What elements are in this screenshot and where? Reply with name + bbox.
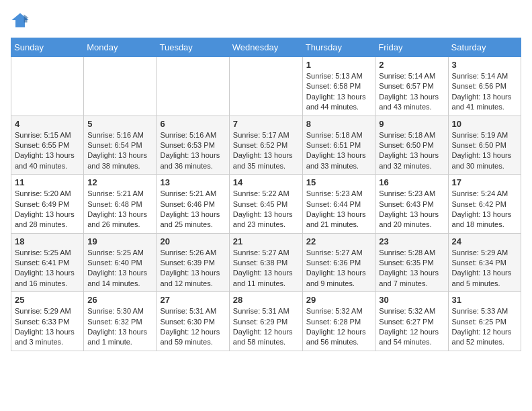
weekday-header-saturday: Saturday: [448, 38, 521, 57]
day-info: Sunrise: 5:18 AM Sunset: 6:51 PM Dayligh…: [306, 130, 372, 172]
calendar-cell: 12Sunrise: 5:21 AM Sunset: 6:48 PM Dayli…: [84, 175, 157, 234]
day-number: 22: [306, 236, 372, 246]
weekday-header-row: SundayMondayTuesdayWednesdayThursdayFrid…: [11, 38, 521, 57]
calendar-cell: 19Sunrise: 5:25 AM Sunset: 6:40 PM Dayli…: [84, 233, 157, 292]
day-number: 2: [379, 60, 444, 70]
calendar-cell: 29Sunrise: 5:32 AM Sunset: 6:28 PM Dayli…: [302, 292, 375, 351]
day-number: 1: [306, 60, 372, 70]
weekday-header-sunday: Sunday: [11, 38, 84, 57]
calendar-cell: 3Sunrise: 5:14 AM Sunset: 6:56 PM Daylig…: [448, 57, 521, 116]
week-row-4: 18Sunrise: 5:25 AM Sunset: 6:41 PM Dayli…: [11, 233, 521, 292]
day-number: 24: [452, 236, 517, 246]
day-number: 25: [15, 295, 80, 305]
week-row-2: 4Sunrise: 5:15 AM Sunset: 6:55 PM Daylig…: [11, 116, 521, 175]
day-info: Sunrise: 5:27 AM Sunset: 6:36 PM Dayligh…: [306, 248, 372, 289]
calendar-cell: 6Sunrise: 5:16 AM Sunset: 6:53 PM Daylig…: [157, 116, 229, 175]
day-info: Sunrise: 5:32 AM Sunset: 6:27 PM Dayligh…: [379, 306, 444, 348]
day-number: 21: [233, 236, 299, 246]
calendar-cell: 22Sunrise: 5:27 AM Sunset: 6:36 PM Dayli…: [302, 233, 375, 292]
day-number: 11: [15, 177, 80, 187]
day-number: 26: [87, 295, 152, 305]
day-info: Sunrise: 5:28 AM Sunset: 6:35 PM Dayligh…: [379, 248, 444, 289]
weekday-header-friday: Friday: [375, 38, 448, 57]
day-number: 30: [379, 295, 444, 305]
day-info: Sunrise: 5:18 AM Sunset: 6:50 PM Dayligh…: [379, 130, 444, 172]
day-info: Sunrise: 5:21 AM Sunset: 6:46 PM Dayligh…: [160, 189, 225, 230]
weekday-header-thursday: Thursday: [302, 38, 375, 57]
day-number: 29: [306, 295, 372, 305]
day-number: 20: [160, 236, 225, 246]
day-info: Sunrise: 5:25 AM Sunset: 6:41 PM Dayligh…: [15, 248, 80, 289]
day-number: 12: [87, 177, 152, 187]
calendar-cell: 7Sunrise: 5:17 AM Sunset: 6:52 PM Daylig…: [229, 116, 302, 175]
calendar-cell: 28Sunrise: 5:31 AM Sunset: 6:29 PM Dayli…: [229, 292, 302, 351]
calendar-cell: 31Sunrise: 5:33 AM Sunset: 6:25 PM Dayli…: [448, 292, 521, 351]
calendar-cell: 24Sunrise: 5:29 AM Sunset: 6:34 PM Dayli…: [448, 233, 521, 292]
calendar-cell: 9Sunrise: 5:18 AM Sunset: 6:50 PM Daylig…: [375, 116, 448, 175]
day-info: Sunrise: 5:22 AM Sunset: 6:45 PM Dayligh…: [233, 189, 299, 230]
calendar-cell: 20Sunrise: 5:26 AM Sunset: 6:39 PM Dayli…: [157, 233, 229, 292]
day-info: Sunrise: 5:17 AM Sunset: 6:52 PM Dayligh…: [233, 130, 299, 172]
calendar-cell: 18Sunrise: 5:25 AM Sunset: 6:41 PM Dayli…: [11, 233, 84, 292]
day-info: Sunrise: 5:31 AM Sunset: 6:30 PM Dayligh…: [160, 306, 225, 348]
page-header: [11, 11, 521, 30]
day-number: 7: [233, 119, 299, 129]
calendar-cell: 17Sunrise: 5:24 AM Sunset: 6:42 PM Dayli…: [448, 175, 521, 234]
svg-marker-1: [24, 15, 29, 23]
day-info: Sunrise: 5:27 AM Sunset: 6:38 PM Dayligh…: [233, 248, 299, 289]
day-number: 10: [452, 119, 517, 129]
calendar-cell: 26Sunrise: 5:30 AM Sunset: 6:32 PM Dayli…: [84, 292, 157, 351]
day-number: 9: [379, 119, 444, 129]
calendar-cell: [229, 57, 302, 116]
calendar-cell: 2Sunrise: 5:14 AM Sunset: 6:57 PM Daylig…: [375, 57, 448, 116]
calendar-cell: 8Sunrise: 5:18 AM Sunset: 6:51 PM Daylig…: [302, 116, 375, 175]
weekday-header-tuesday: Tuesday: [157, 38, 229, 57]
calendar-cell: 5Sunrise: 5:16 AM Sunset: 6:54 PM Daylig…: [84, 116, 157, 175]
day-info: Sunrise: 5:21 AM Sunset: 6:48 PM Dayligh…: [87, 189, 152, 230]
week-row-1: 1Sunrise: 5:13 AM Sunset: 6:58 PM Daylig…: [11, 57, 521, 116]
day-number: 17: [452, 177, 517, 187]
calendar-cell: 30Sunrise: 5:32 AM Sunset: 6:27 PM Dayli…: [375, 292, 448, 351]
day-info: Sunrise: 5:23 AM Sunset: 6:44 PM Dayligh…: [306, 189, 372, 230]
day-number: 8: [306, 119, 372, 129]
weekday-header-monday: Monday: [84, 38, 157, 57]
calendar-cell: 14Sunrise: 5:22 AM Sunset: 6:45 PM Dayli…: [229, 175, 302, 234]
day-info: Sunrise: 5:32 AM Sunset: 6:28 PM Dayligh…: [306, 306, 372, 348]
calendar-cell: 4Sunrise: 5:15 AM Sunset: 6:55 PM Daylig…: [11, 116, 84, 175]
calendar-cell: 1Sunrise: 5:13 AM Sunset: 6:58 PM Daylig…: [302, 57, 375, 116]
day-info: Sunrise: 5:30 AM Sunset: 6:32 PM Dayligh…: [87, 306, 152, 348]
day-info: Sunrise: 5:15 AM Sunset: 6:55 PM Dayligh…: [15, 130, 80, 172]
day-info: Sunrise: 5:25 AM Sunset: 6:40 PM Dayligh…: [87, 248, 152, 289]
calendar-cell: [157, 57, 229, 116]
day-info: Sunrise: 5:33 AM Sunset: 6:25 PM Dayligh…: [452, 306, 517, 348]
day-info: Sunrise: 5:19 AM Sunset: 6:50 PM Dayligh…: [452, 130, 517, 172]
day-number: 18: [15, 236, 80, 246]
day-info: Sunrise: 5:13 AM Sunset: 6:58 PM Dayligh…: [306, 71, 372, 113]
day-info: Sunrise: 5:16 AM Sunset: 6:54 PM Dayligh…: [87, 130, 152, 172]
day-info: Sunrise: 5:14 AM Sunset: 6:57 PM Dayligh…: [379, 71, 444, 113]
calendar-cell: 21Sunrise: 5:27 AM Sunset: 6:38 PM Dayli…: [229, 233, 302, 292]
calendar-cell: 15Sunrise: 5:23 AM Sunset: 6:44 PM Dayli…: [302, 175, 375, 234]
day-number: 28: [233, 295, 299, 305]
day-info: Sunrise: 5:24 AM Sunset: 6:42 PM Dayligh…: [452, 189, 517, 230]
day-info: Sunrise: 5:29 AM Sunset: 6:33 PM Dayligh…: [15, 306, 80, 348]
weekday-header-wednesday: Wednesday: [229, 38, 302, 57]
calendar-cell: 16Sunrise: 5:23 AM Sunset: 6:43 PM Dayli…: [375, 175, 448, 234]
calendar-cell: [11, 57, 84, 116]
day-info: Sunrise: 5:23 AM Sunset: 6:43 PM Dayligh…: [379, 189, 444, 230]
day-info: Sunrise: 5:26 AM Sunset: 6:39 PM Dayligh…: [160, 248, 225, 289]
day-info: Sunrise: 5:31 AM Sunset: 6:29 PM Dayligh…: [233, 306, 299, 348]
week-row-5: 25Sunrise: 5:29 AM Sunset: 6:33 PM Dayli…: [11, 292, 521, 351]
calendar-cell: 10Sunrise: 5:19 AM Sunset: 6:50 PM Dayli…: [448, 116, 521, 175]
calendar-table: SundayMondayTuesdayWednesdayThursdayFrid…: [11, 38, 521, 351]
day-number: 14: [233, 177, 299, 187]
day-number: 13: [160, 177, 225, 187]
day-number: 16: [379, 177, 444, 187]
day-info: Sunrise: 5:14 AM Sunset: 6:56 PM Dayligh…: [452, 71, 517, 113]
calendar-cell: 25Sunrise: 5:29 AM Sunset: 6:33 PM Dayli…: [11, 292, 84, 351]
day-number: 6: [160, 119, 225, 129]
calendar-cell: 23Sunrise: 5:28 AM Sunset: 6:35 PM Dayli…: [375, 233, 448, 292]
day-number: 31: [452, 295, 517, 305]
day-info: Sunrise: 5:29 AM Sunset: 6:34 PM Dayligh…: [452, 248, 517, 289]
logo: [11, 11, 32, 30]
